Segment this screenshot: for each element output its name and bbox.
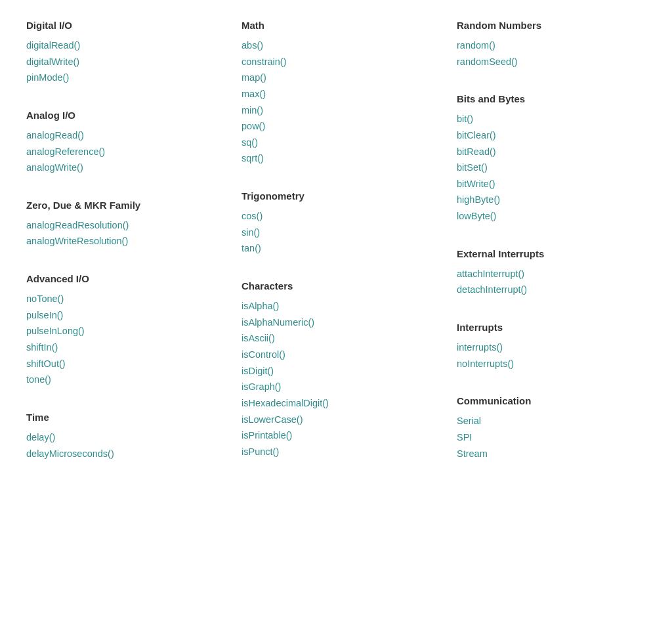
section-advanced-io: Advanced I/OnoTone()pulseIn()pulseInLong…: [26, 273, 215, 388]
section-random-numbers: Random Numbersrandom()randomSeed(): [457, 20, 646, 70]
link-randomseed--[interactable]: randomSeed(): [457, 54, 646, 70]
link-max--[interactable]: max(): [242, 86, 430, 102]
section-title-trigonometry: Trigonometry: [242, 190, 430, 202]
link-pulsein--[interactable]: pulseIn(): [26, 307, 215, 324]
link-analogreadresolution--[interactable]: analogReadResolution(): [26, 217, 215, 234]
link-tone--[interactable]: tone(): [26, 372, 215, 388]
link-pinmode--[interactable]: pinMode(): [26, 70, 215, 86]
link-isdigit--[interactable]: isDigit(): [242, 363, 430, 379]
link-detachinterrupt--[interactable]: detachInterrupt(): [457, 282, 646, 298]
section-bits-and-bytes: Bits and Bytesbit()bitClear()bitRead()bi…: [457, 93, 646, 224]
link-analogwrite--[interactable]: analogWrite(): [26, 160, 215, 176]
link-notone--[interactable]: noTone(): [26, 291, 215, 307]
link-sin--[interactable]: sin(): [242, 225, 430, 241]
link-isascii--[interactable]: isAscii(): [242, 330, 430, 347]
link-shiftout--[interactable]: shiftOut(): [26, 356, 215, 372]
link-nointerrupts--[interactable]: noInterrupts(): [457, 356, 646, 372]
section-title-time: Time: [26, 412, 215, 423]
link-analogread--[interactable]: analogRead(): [26, 127, 215, 144]
section-title-advanced-io: Advanced I/O: [26, 273, 215, 284]
column-1: Mathabs()constrain()map()max()min()pow()…: [228, 20, 444, 485]
section-time: Timedelay()delayMicroseconds(): [26, 412, 215, 462]
link-random--[interactable]: random(): [457, 37, 646, 54]
link-highbyte--[interactable]: highByte(): [457, 192, 646, 208]
section-digital-io: Digital I/OdigitalRead()digitalWrite()pi…: [26, 20, 215, 86]
link-pulseinlong--[interactable]: pulseInLong(): [26, 323, 215, 339]
link-sqrt--[interactable]: sqrt(): [242, 150, 430, 167]
link-isprintable--[interactable]: isPrintable(): [242, 427, 430, 444]
link-isalpha--[interactable]: isAlpha(): [242, 298, 430, 314]
link-ishexadecimaldigit--[interactable]: isHexadecimalDigit(): [242, 395, 430, 412]
link-analogreference--[interactable]: analogReference(): [26, 144, 215, 160]
link-bitclear--[interactable]: bitClear(): [457, 127, 646, 144]
section-interrupts: Interruptsinterrupts()noInterrupts(): [457, 322, 646, 372]
link-shiftin--[interactable]: shiftIn(): [26, 339, 215, 356]
link-isalphanumeric--[interactable]: isAlphaNumeric(): [242, 314, 430, 331]
link-bitread--[interactable]: bitRead(): [457, 144, 646, 160]
link-serial[interactable]: Serial: [457, 413, 646, 429]
section-math: Mathabs()constrain()map()max()min()pow()…: [242, 20, 430, 167]
link-ispunct--[interactable]: isPunct(): [242, 444, 430, 460]
link-stream[interactable]: Stream: [457, 446, 646, 462]
link-digitalwrite--[interactable]: digitalWrite(): [26, 54, 215, 70]
link-delaymicroseconds--[interactable]: delayMicroseconds(): [26, 446, 215, 462]
link-bitset--[interactable]: bitSet(): [457, 160, 646, 176]
link-delay--[interactable]: delay(): [26, 429, 215, 446]
link-abs--[interactable]: abs(): [242, 37, 430, 54]
section-title-interrupts: Interrupts: [457, 322, 646, 333]
link-pow--[interactable]: pow(): [242, 118, 430, 135]
link-constrain--[interactable]: constrain(): [242, 54, 430, 70]
column-2: Random Numbersrandom()randomSeed()Bits a…: [444, 20, 659, 485]
column-0: Digital I/OdigitalRead()digitalWrite()pi…: [13, 20, 228, 485]
link-tan--[interactable]: tan(): [242, 240, 430, 257]
section-communication: CommunicationSerialSPIStream: [457, 395, 646, 462]
section-external-interrupts: External InterruptsattachInterrupt()deta…: [457, 248, 646, 298]
section-analog-io: Analog I/OanalogRead()analogReference()a…: [26, 110, 215, 176]
link-min--[interactable]: min(): [242, 102, 430, 119]
section-title-communication: Communication: [457, 395, 646, 406]
link-bitwrite--[interactable]: bitWrite(): [457, 176, 646, 192]
link-lowbyte--[interactable]: lowByte(): [457, 208, 646, 225]
section-title-digital-io: Digital I/O: [26, 20, 215, 31]
link-cos--[interactable]: cos(): [242, 208, 430, 225]
link-spi[interactable]: SPI: [457, 429, 646, 446]
section-title-bits-and-bytes: Bits and Bytes: [457, 93, 646, 104]
link-sq--[interactable]: sq(): [242, 135, 430, 151]
link-map--[interactable]: map(): [242, 70, 430, 86]
link-islowercase--[interactable]: isLowerCase(): [242, 412, 430, 428]
link-isgraph--[interactable]: isGraph(): [242, 379, 430, 395]
link-analogwriteresolution--[interactable]: analogWriteResolution(): [26, 233, 215, 249]
section-zero-due-mkr: Zero, Due & MKR FamilyanalogReadResoluti…: [26, 200, 215, 249]
link-iscontrol--[interactable]: isControl(): [242, 347, 430, 363]
section-title-external-interrupts: External Interrupts: [457, 248, 646, 259]
section-characters: CharactersisAlpha()isAlphaNumeric()isAsc…: [242, 280, 430, 460]
link-bit--[interactable]: bit(): [457, 111, 646, 127]
link-interrupts--[interactable]: interrupts(): [457, 339, 646, 356]
section-title-zero-due-mkr: Zero, Due & MKR Family: [26, 200, 215, 211]
link-digitalread--[interactable]: digitalRead(): [26, 37, 215, 54]
link-attachinterrupt--[interactable]: attachInterrupt(): [457, 266, 646, 282]
main-grid: Digital I/OdigitalRead()digitalWrite()pi…: [13, 20, 659, 485]
section-title-math: Math: [242, 20, 430, 31]
section-trigonometry: Trigonometrycos()sin()tan(): [242, 190, 430, 257]
section-title-analog-io: Analog I/O: [26, 110, 215, 121]
section-title-random-numbers: Random Numbers: [457, 20, 646, 31]
section-title-characters: Characters: [242, 280, 430, 291]
